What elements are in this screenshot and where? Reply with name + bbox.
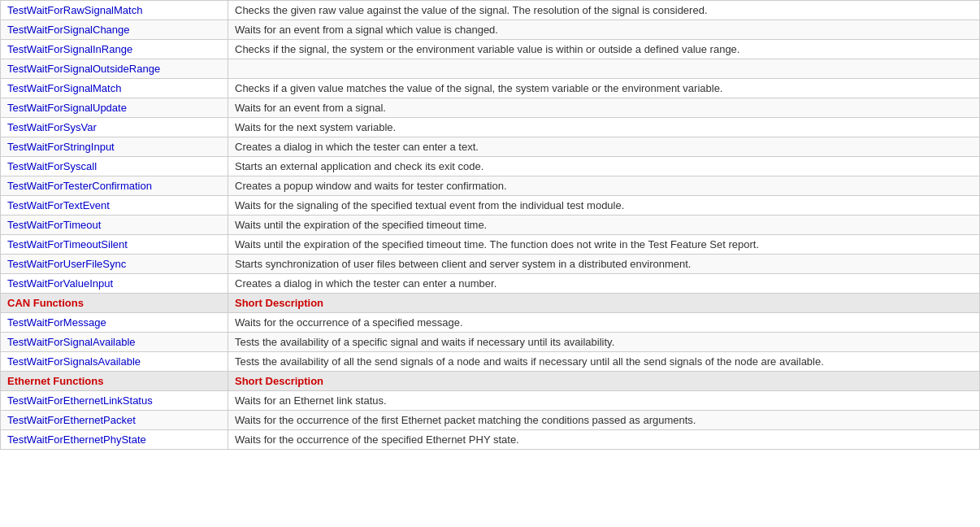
section-header-func: CAN Functions [1,294,228,313]
function-name-cell: TestWaitForStringInput [1,137,228,157]
function-link[interactable]: TestWaitForSignalAvailable [7,336,136,348]
function-name-cell: TestWaitForTextEvent [1,196,228,216]
function-desc-cell: Tests the availability of a specific sig… [228,333,980,352]
function-desc-cell: Creates a dialog in which the tester can… [228,137,980,157]
function-desc-cell: Starts an external application and check… [228,157,980,176]
table-row: TestWaitForUserFileSyncStarts synchroniz… [1,255,980,274]
function-desc-cell: Waits for the occurrence of the first Et… [228,411,980,430]
function-link[interactable]: TestWaitForSignalInRange [7,43,132,55]
function-desc-cell: Waits for the next system variable. [228,118,980,137]
function-desc-cell: Waits for an event from a signal. [228,98,980,118]
function-name-cell: TestWaitForSignalUpdate [1,98,228,118]
function-name-cell: TestWaitForMessage [1,313,228,333]
function-link[interactable]: TestWaitForSignalsAvailable [7,355,141,368]
function-link[interactable]: TestWaitForTimeoutSilent [7,238,128,250]
function-name-cell: TestWaitForEthernetPacket [1,411,228,430]
function-name-cell: TestWaitForEthernetLinkStatus [1,391,228,411]
function-link[interactable]: TestWaitForTesterConfirmation [7,180,152,192]
table-row: TestWaitForStringInputCreates a dialog i… [1,137,980,157]
function-link[interactable]: TestWaitForStringInput [7,141,115,153]
function-desc-cell: Waits for an event from a signal which v… [228,20,980,40]
section-header-row: Ethernet FunctionsShort Description [1,372,980,391]
function-desc-cell: Checks if a given value matches the valu… [228,79,980,98]
function-name-cell: TestWaitForEthernetPhyState [1,430,228,450]
function-name-cell: TestWaitForTimeout [1,216,228,235]
section-header-desc: Short Description [228,372,980,391]
function-desc-cell: Waits for an Ethernet link status. [228,391,980,411]
function-link[interactable]: TestWaitForSignalOutsideRange [7,63,160,75]
function-name-cell: TestWaitForSignalInRange [1,40,228,59]
function-name-cell: TestWaitForSignalChange [1,20,228,40]
functions-table: TestWaitForRawSignalMatchChecks the give… [0,0,980,450]
section-header-func: Ethernet Functions [1,372,228,391]
function-link[interactable]: TestWaitForSignalUpdate [7,102,127,114]
function-name-cell: TestWaitForSignalMatch [1,79,228,98]
function-desc-cell: Checks if the signal, the system or the … [228,40,980,59]
function-name-cell: TestWaitForSignalAvailable [1,333,228,352]
function-desc-cell: Starts synchronization of user files bet… [228,255,980,274]
function-link[interactable]: TestWaitForSignalChange [7,24,130,36]
function-desc-cell: Waits for the occurrence of the specifie… [228,430,980,450]
table-row: TestWaitForTimeoutWaits until the expira… [1,216,980,235]
section-header-desc: Short Description [228,294,980,313]
table-row: TestWaitForSignalChangeWaits for an even… [1,20,980,40]
table-row: TestWaitForEthernetPacketWaits for the o… [1,411,980,430]
table-row: TestWaitForTesterConfirmationCreates a p… [1,176,980,196]
function-link[interactable]: TestWaitForMessage [7,316,106,329]
table-row: TestWaitForRawSignalMatchChecks the give… [1,1,980,20]
function-link[interactable]: TestWaitForValueInput [7,277,113,290]
function-name-cell: TestWaitForSignalOutsideRange [1,59,228,79]
function-link[interactable]: TestWaitForSysVar [7,121,97,133]
table-row: TestWaitForEthernetPhyStateWaits for the… [1,430,980,450]
function-name-cell: TestWaitForValueInput [1,274,228,294]
function-link[interactable]: TestWaitForUserFileSync [7,258,126,270]
function-link[interactable]: TestWaitForTimeout [7,219,101,231]
function-desc-cell: Waits until the expiration of the specif… [228,235,980,255]
table-row: TestWaitForSignalInRangeChecks if the si… [1,40,980,59]
function-desc-cell: Waits until the expiration of the specif… [228,216,980,235]
table-row: TestWaitForTextEventWaits for the signal… [1,196,980,216]
table-row: TestWaitForSignalUpdateWaits for an even… [1,98,980,118]
function-link[interactable]: TestWaitForTextEvent [7,199,110,211]
table-row: TestWaitForTimeoutSilentWaits until the … [1,235,980,255]
table-row: TestWaitForSyscallStarts an external app… [1,157,980,176]
function-desc-cell: Creates a popup window and waits for tes… [228,176,980,196]
function-name-cell: TestWaitForSignalsAvailable [1,352,228,372]
function-name-cell: TestWaitForTimeoutSilent [1,235,228,255]
table-row: TestWaitForSignalAvailableTests the avai… [1,333,980,352]
function-name-cell: TestWaitForTesterConfirmation [1,176,228,196]
function-link[interactable]: TestWaitForRawSignalMatch [7,4,142,16]
function-desc-cell: Checks the given raw value against the v… [228,1,980,20]
function-link[interactable]: TestWaitForSignalMatch [7,82,121,94]
function-link[interactable]: TestWaitForEthernetLinkStatus [7,394,153,407]
function-link[interactable]: TestWaitForEthernetPhyState [7,433,146,446]
function-name-cell: TestWaitForSysVar [1,118,228,137]
table-row: TestWaitForSignalMatchChecks if a given … [1,79,980,98]
function-link[interactable]: TestWaitForSyscall [7,160,97,172]
function-desc-cell: Waits for the signaling of the specified… [228,196,980,216]
function-name-cell: TestWaitForRawSignalMatch [1,1,228,20]
function-link[interactable]: TestWaitForEthernetPacket [7,414,136,426]
table-row: TestWaitForSignalsAvailableTests the ava… [1,352,980,372]
function-desc-cell: Creates a dialog in which the tester can… [228,274,980,294]
table-row: TestWaitForMessageWaits for the occurren… [1,313,980,333]
function-desc-cell [228,59,980,79]
function-desc-cell: Tests the availability of all the send s… [228,352,980,372]
function-desc-cell: Waits for the occurrence of a specified … [228,313,980,333]
table-row: TestWaitForSysVarWaits for the next syst… [1,118,980,137]
function-name-cell: TestWaitForSyscall [1,157,228,176]
section-header-row: CAN FunctionsShort Description [1,294,980,313]
function-name-cell: TestWaitForUserFileSync [1,255,228,274]
table-row: TestWaitForSignalOutsideRange [1,59,980,79]
table-row: TestWaitForValueInputCreates a dialog in… [1,274,980,294]
table-row: TestWaitForEthernetLinkStatusWaits for a… [1,391,980,411]
